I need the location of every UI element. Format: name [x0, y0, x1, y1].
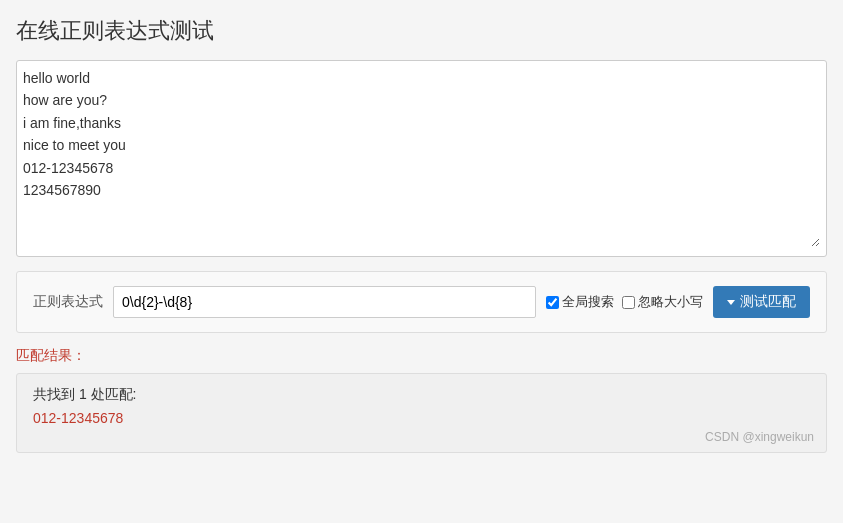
regex-input[interactable] [113, 286, 536, 318]
options-group: 全局搜索 忽略大小写 [546, 293, 703, 311]
global-search-checkbox[interactable] [546, 296, 559, 309]
text-input[interactable]: hello world how are you? i am fine,thank… [23, 67, 820, 247]
result-summary: 共找到 1 处匹配: [33, 386, 810, 404]
result-label-area: 匹配结果： 共找到 1 处匹配: 012-12345678 CSDN @xing… [16, 347, 827, 453]
ignore-case-label[interactable]: 忽略大小写 [622, 293, 703, 311]
result-match: 012-12345678 [33, 410, 810, 426]
watermark: CSDN @xingweikun [705, 430, 814, 444]
result-section: 共找到 1 处匹配: 012-12345678 CSDN @xingweikun [16, 373, 827, 453]
global-search-label[interactable]: 全局搜索 [546, 293, 614, 311]
result-label: 匹配结果： [16, 347, 827, 365]
regex-section: 正则表达式 全局搜索 忽略大小写 测试匹配 [16, 271, 827, 333]
page-title: 在线正则表达式测试 [16, 16, 827, 46]
test-match-button[interactable]: 测试匹配 [713, 286, 810, 318]
regex-label: 正则表达式 [33, 293, 103, 311]
text-input-section: hello world how are you? i am fine,thank… [16, 60, 827, 257]
ignore-case-checkbox[interactable] [622, 296, 635, 309]
chevron-down-icon [727, 300, 735, 305]
